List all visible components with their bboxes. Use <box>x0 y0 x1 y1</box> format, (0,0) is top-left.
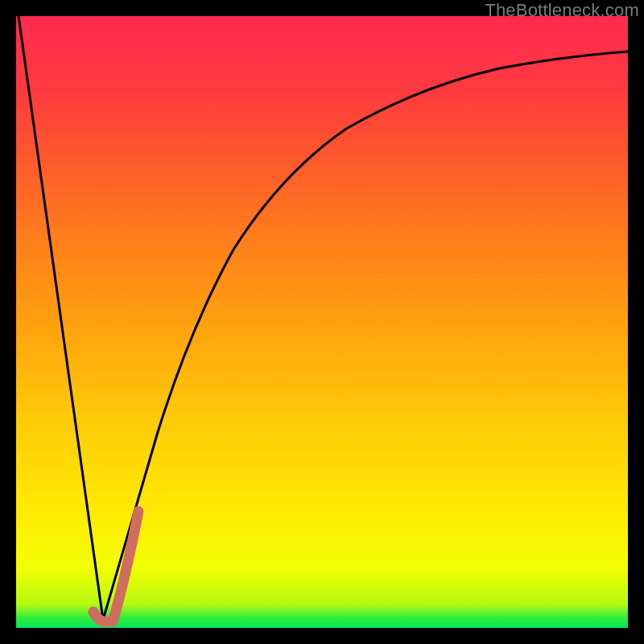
curve-layer <box>16 16 628 628</box>
right-asymptote-curve <box>103 52 628 620</box>
chart-frame: TheBottleneck.com <box>0 0 644 644</box>
left-descent-line <box>19 16 103 620</box>
plot-area <box>16 16 628 628</box>
